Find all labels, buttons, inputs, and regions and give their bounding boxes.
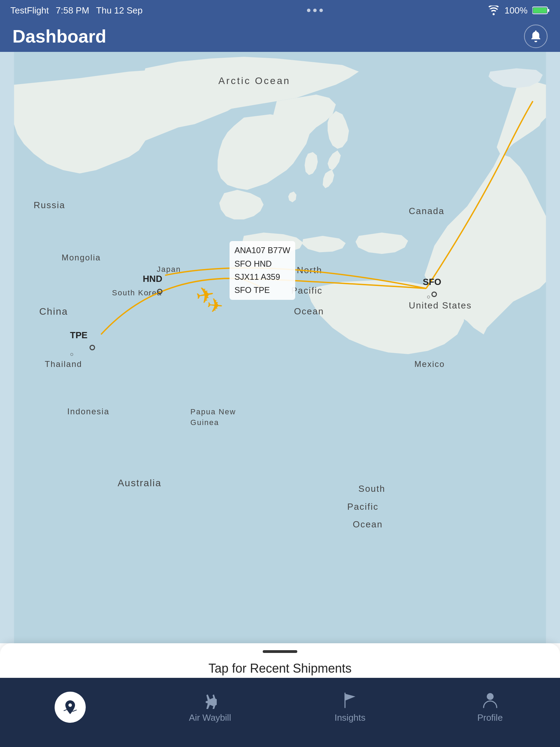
drag-handle[interactable] (263, 650, 297, 653)
map-container[interactable]: Arctic Ocean North Pacific Ocean South P… (0, 52, 560, 643)
air-waybill-label: Air Waybill (189, 712, 231, 723)
map-icon (62, 699, 78, 716)
tab-insights[interactable]: Insights (280, 692, 420, 723)
sfo-dot[interactable] (431, 292, 437, 297)
flight-line-1: ANA107 B77W (234, 244, 290, 257)
svg-rect-2 (548, 9, 549, 12)
flight-line-4: SFO TPE (234, 284, 290, 297)
tpe-sub: ○ (70, 351, 75, 358)
bell-icon (530, 30, 542, 43)
flight-info-box[interactable]: ANA107 B77W SFO HND SJX11 A359 SFO TPE (230, 241, 295, 300)
svg-rect-1 (533, 8, 547, 13)
notifications-button[interactable] (524, 25, 548, 48)
tpe-label: TPE (70, 330, 88, 341)
flag-icon (342, 692, 358, 709)
app-name: TestFlight (10, 5, 49, 16)
flight-line-3: SJX11 A359 (234, 270, 290, 284)
hnd-label: HND (143, 274, 162, 284)
map-tab-icon-bg (55, 692, 86, 723)
battery-icon (532, 6, 550, 15)
tab-profile[interactable]: Profile (420, 692, 560, 723)
dot2 (313, 9, 317, 12)
sfo-label: SFO (423, 277, 441, 287)
status-bar-left: TestFlight 7:58 PM Thu 12 Sep (10, 5, 143, 16)
battery-percent: 100% (505, 5, 528, 16)
plane-icon (202, 692, 219, 709)
tab-bar: Air Waybill Insights Profile (0, 678, 560, 747)
status-bar: TestFlight 7:58 PM Thu 12 Sep 100% (0, 0, 560, 21)
dot1 (307, 9, 310, 12)
status-bar-center (307, 9, 323, 12)
date: Thu 12 Sep (96, 5, 142, 16)
wifi-icon (487, 6, 500, 15)
status-bar-right: 100% (487, 5, 550, 16)
tab-map[interactable] (0, 692, 140, 723)
hnd-sub: ○ (147, 290, 151, 297)
flight-line-2: SFO HND (234, 257, 290, 270)
svg-point-4 (487, 693, 494, 700)
tab-air-waybill[interactable]: Air Waybill (140, 692, 280, 723)
airplane-icon-2: ✈ (206, 294, 224, 317)
profile-label: Profile (477, 712, 503, 723)
nav-header: Dashboard (0, 21, 560, 52)
person-icon (482, 692, 498, 709)
time: 7:58 PM (56, 5, 89, 16)
insights-label: Insights (335, 712, 366, 723)
flight-paths (0, 52, 560, 643)
dot3 (319, 9, 323, 12)
tap-for-shipments-text[interactable]: Tap for Recent Shipments (208, 661, 352, 676)
sfo-sub: ○ (427, 293, 431, 301)
page-title: Dashboard (12, 26, 106, 47)
hnd-dot[interactable] (157, 289, 162, 294)
